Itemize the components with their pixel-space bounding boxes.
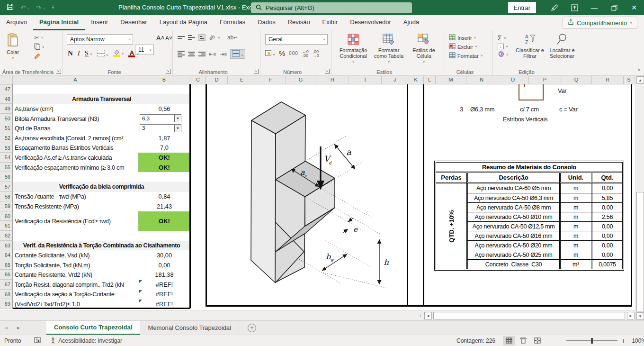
row-header-47[interactable]: 47: [0, 84, 13, 94]
column-header-D[interactable]: D: [206, 76, 228, 84]
find-select-button[interactable]: Localizar e Selecionar: [547, 33, 577, 59]
cell-a58[interactable]: Tensão Atuante - τwd (MPa): [13, 192, 138, 202]
row-header-60[interactable]: 60: [0, 211, 13, 221]
cell-styles-button[interactable]: Estilos de Célula ˅: [408, 33, 439, 64]
ribbon-tab-dados[interactable]: Dados: [251, 15, 282, 30]
sort-filter-button[interactable]: AZ Classificar e Filtrar: [515, 33, 545, 59]
material-qty-2[interactable]: 0,00: [591, 202, 622, 212]
column-header-N[interactable]: N: [466, 76, 497, 84]
column-header-R[interactable]: R: [592, 76, 624, 84]
redo-icon[interactable]: ↷ ˅: [36, 4, 45, 11]
row-header-53[interactable]: 53: [0, 143, 13, 153]
row-header-57[interactable]: 57: [0, 182, 13, 192]
column-header-C[interactable]: C: [190, 76, 206, 84]
material-desc-1[interactable]: Aço nervurado CA-50 Ø6,3 mm: [466, 193, 559, 202]
cell-b59[interactable]: 21,43: [138, 201, 190, 211]
format-painter-button[interactable]: [34, 53, 45, 60]
column-header-Q[interactable]: Q: [561, 76, 592, 84]
material-unit-3[interactable]: m: [559, 212, 591, 221]
zoom-out-button[interactable]: −: [559, 337, 563, 345]
customize-qat-icon[interactable]: ˅: [52, 6, 54, 9]
row-header-61[interactable]: 61: [0, 221, 13, 231]
autosum-button[interactable]: Σ˅: [498, 34, 509, 42]
row-header-55[interactable]: 55: [0, 163, 13, 173]
cell-b49[interactable]: 0,56: [138, 104, 190, 114]
search-box[interactable]: Pesquisar (Alt+G): [251, 2, 412, 13]
save-icon[interactable]: [7, 3, 14, 12]
alignment-dialog-launcher[interactable]: ↘: [254, 69, 259, 74]
decrease-font-button[interactable]: A˅: [165, 35, 172, 42]
cell-b66[interactable]: 181,38: [138, 270, 190, 280]
ribbon-tab-desenvolvedor[interactable]: Desenvolvedor: [344, 15, 397, 30]
sheet-tab-memorial-consolo-trapezoidal[interactable]: Memorial Consolo Trapezoidal: [140, 321, 239, 335]
align-bottom-icon[interactable]: [198, 34, 206, 41]
row-header-64[interactable]: 64: [0, 250, 13, 260]
column-header-A[interactable]: A: [13, 76, 138, 84]
fill-button[interactable]: ↓˅: [498, 44, 509, 49]
column-header-H[interactable]: H: [316, 76, 349, 84]
row-header-58[interactable]: 58: [0, 192, 13, 202]
dropdown-b50[interactable]: 6,3▼: [140, 114, 181, 122]
cell-a64[interactable]: Cortante Solicitante, Vsd (kN): [13, 250, 138, 260]
section-row-63[interactable]: Verif. da Resistência à Torção Combinada…: [13, 241, 190, 251]
row-header-66[interactable]: 66: [0, 270, 13, 280]
sheet-tab-consolo-curto-trapezoidal[interactable]: Consolo Curto Trapezoidal: [46, 321, 140, 335]
column-header-B[interactable]: B: [138, 76, 190, 84]
conditional-formatting-button[interactable]: Formatação Condicional ˅: [337, 33, 369, 64]
material-desc-5[interactable]: Aço nervurado CA-50 Ø16 mm: [466, 231, 559, 240]
align-left-icon[interactable]: [178, 50, 185, 58]
row-header-49[interactable]: 49: [0, 104, 13, 114]
material-qty-8[interactable]: 0,0075: [591, 259, 622, 269]
page-layout-view-button[interactable]: [517, 336, 529, 346]
column-header-K[interactable]: K: [408, 76, 424, 84]
column-header-F[interactable]: F: [256, 76, 286, 84]
dropdown-b51[interactable]: 3▼: [140, 124, 181, 132]
ribbon-tab-revis-o[interactable]: Revisão: [282, 15, 316, 30]
ribbon-tab-ajuda[interactable]: Ajuda: [397, 15, 425, 30]
error-cell-b67[interactable]: #REF!: [138, 280, 190, 290]
font-color-button[interactable]: A ˅: [128, 49, 139, 57]
fill-color-button[interactable]: ˅: [113, 50, 124, 57]
column-header-G[interactable]: G: [286, 76, 316, 84]
clipboard-dialog-launcher[interactable]: ↘: [56, 69, 61, 74]
row-header-48[interactable]: 48: [0, 94, 13, 104]
cell-a60[interactable]: Verificação da Resistência (Fcd≥ τwd): [13, 211, 138, 231]
row-header-67[interactable]: 67: [0, 280, 13, 290]
material-unit-4[interactable]: m: [559, 221, 591, 231]
material-unit-1[interactable]: m: [559, 193, 591, 202]
material-desc-2[interactable]: Aço nervurado CA-50 Ø8 mm: [466, 202, 559, 212]
cell-a53[interactable]: Espaçamento Barras Estribos Verticais: [13, 143, 138, 153]
vscroll-up-arrow[interactable]: ▲: [636, 76, 644, 84]
align-middle-icon[interactable]: [188, 34, 195, 41]
row-header-69[interactable]: 69: [0, 299, 13, 309]
wrap-text-button[interactable]: ab↩: [227, 34, 238, 41]
align-right-icon[interactable]: [198, 51, 206, 57]
accounting-format-button[interactable]: ˅: [265, 50, 275, 57]
material-desc-0[interactable]: Aço nervurado CA-60 Ø5 mm: [466, 183, 559, 193]
sheet-area[interactable]: ABCDEFGHIJKLMNOPQRS 4748Armadura Transve…: [0, 76, 644, 320]
material-desc-6[interactable]: Aço nervurado CA-50 Ø20 mm: [466, 240, 559, 250]
macro-record-icon[interactable]: [34, 337, 41, 345]
cell-a54[interactable]: Verificação As,ef ≥ As,transv calculada: [13, 153, 138, 163]
ribbon-tab-layout-da-p-gina[interactable]: Layout da Página: [153, 15, 214, 30]
material-unit-0[interactable]: m: [559, 183, 591, 193]
material-qty-5[interactable]: 0,00: [591, 231, 622, 240]
cell-b52[interactable]: 1,87: [138, 133, 190, 143]
number-format-combo[interactable]: Geral˅: [265, 34, 328, 45]
material-unit-6[interactable]: m: [559, 240, 591, 250]
cell-a51[interactable]: Qtd de Barras: [13, 123, 138, 133]
material-desc-8[interactable]: Concreto Classe C30: [466, 259, 559, 269]
material-unit-2[interactable]: m: [559, 202, 591, 212]
sign-in-button[interactable]: Entrar: [508, 2, 536, 13]
column-header-M[interactable]: M: [436, 76, 466, 84]
delete-cells-button[interactable]: Excluir˅: [449, 43, 483, 50]
row-header-51[interactable]: 51: [0, 123, 13, 133]
column-header-O[interactable]: O: [497, 76, 529, 84]
borders-button[interactable]: ˅: [97, 50, 108, 57]
section-row-48[interactable]: Armadura Transversal: [13, 94, 190, 104]
copy-button[interactable]: ˅: [34, 43, 45, 51]
cell-a68[interactable]: Verificação da seção à Torção-Cortante: [13, 290, 138, 300]
ribbon-tab-arquivo[interactable]: Arquivo: [0, 15, 33, 30]
decrease-decimal-button[interactable]: ,00→0: [313, 50, 319, 57]
ribbon-tab-inserir[interactable]: Inserir: [85, 15, 114, 30]
